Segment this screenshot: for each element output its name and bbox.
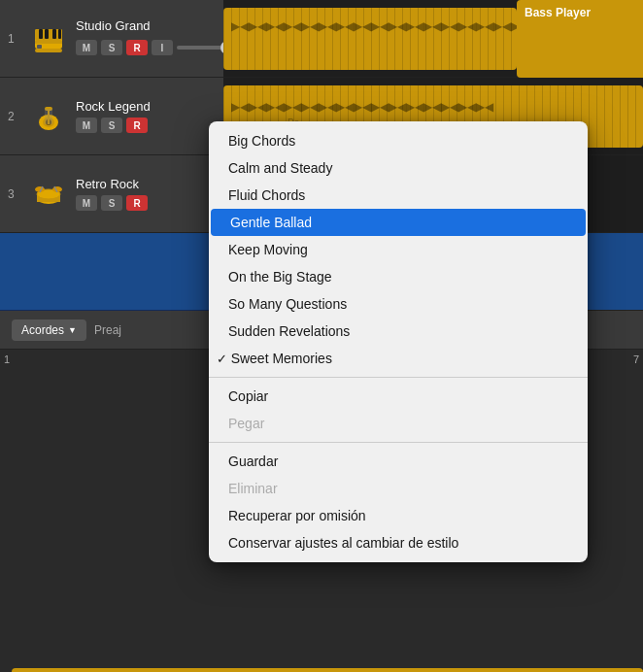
preaj-label: Preaj: [94, 323, 121, 337]
svg-rect-8: [35, 49, 62, 52]
pattern-block: ▶◀▶◀▶◀▶◀▶◀▶◀▶◀▶◀▶◀▶◀▶◀▶◀▶◀▶◀▶◀▶◀▶◀▶◀▶◀: [223, 8, 517, 70]
piano-icon: [29, 19, 68, 58]
solo-button[interactable]: S: [101, 195, 122, 211]
solo-button[interactable]: S: [101, 40, 122, 55]
track-list: 1 Studio Grand M: [0, 0, 223, 311]
menu-item-on-big-stage[interactable]: On the Big Stage: [209, 263, 588, 290]
track-controls: M S R: [76, 118, 216, 133]
track-row: 3 Retro Rock M S R: [0, 155, 223, 233]
acordes-dropdown[interactable]: Acordes ▼: [12, 319, 86, 341]
track-row: 2 Rock Legend M S: [0, 78, 223, 155]
menu-item-recuperar[interactable]: Recuperar por omisión: [209, 502, 588, 529]
svg-rect-7: [37, 45, 42, 49]
solo-button[interactable]: S: [101, 118, 122, 133]
bass-player-label: Bass Player: [517, 0, 643, 78]
track-name: Rock Legend: [76, 99, 216, 114]
menu-item-pegar: Pegar: [209, 410, 588, 437]
track-controls: M S R: [76, 195, 216, 211]
svg-rect-4: [52, 29, 56, 39]
svg-rect-5: [58, 29, 61, 39]
svg-rect-6: [35, 41, 62, 44]
track-number: 3: [8, 187, 21, 201]
timeline-num-1: 1: [0, 352, 14, 367]
dropdown-arrow-icon: ▼: [68, 325, 77, 335]
svg-rect-2: [39, 29, 43, 39]
menu-item-eliminar: Eliminar: [209, 475, 588, 502]
menu-item-fluid-chords[interactable]: Fluid Chords: [209, 182, 588, 209]
keyboard-pattern-block: ▶ Keyboard Player - P ▶ ◀ ▶ ◀ ▶ ◀ ▶ ◀ ▶ …: [12, 668, 643, 672]
mute-button[interactable]: M: [76, 118, 97, 133]
record-button[interactable]: R: [126, 40, 148, 55]
svg-rect-3: [45, 29, 49, 39]
guitar-icon: [29, 97, 68, 136]
record-button[interactable]: R: [126, 195, 148, 211]
track-number: 1: [8, 32, 21, 46]
track-number: 2: [8, 110, 21, 123]
menu-separator: [209, 377, 588, 378]
track-name: Retro Rock: [76, 177, 216, 191]
pattern-track-1: ▶◀▶◀▶◀▶◀▶◀▶◀▶◀▶◀▶◀▶◀▶◀▶◀▶◀▶◀▶◀▶◀▶◀▶◀▶◀ B…: [223, 0, 643, 78]
record-button[interactable]: R: [126, 118, 148, 133]
menu-item-so-many-questions[interactable]: So Many Questions: [209, 290, 588, 318]
menu-item-keep-moving[interactable]: Keep Moving: [209, 236, 588, 263]
mute-button[interactable]: M: [76, 40, 97, 55]
menu-item-sudden-revelations[interactable]: Sudden Revelations: [209, 318, 588, 345]
menu-item-gentle-ballad[interactable]: Gentle Ballad: [211, 209, 586, 236]
drums-icon: [29, 175, 68, 214]
mute-button[interactable]: M: [76, 195, 97, 211]
menu-item-conservar[interactable]: Conservar ajustes al cambiar de estilo: [209, 529, 588, 556]
track-row: 1 Studio Grand M: [0, 0, 223, 78]
track-info: Rock Legend M S R: [76, 99, 216, 133]
track-row-selected: [0, 233, 223, 311]
menu-item-copiar[interactable]: Copiar: [209, 383, 588, 410]
context-menu: Big Chords Calm and Steady Fluid Chords …: [209, 121, 588, 562]
menu-item-big-chords[interactable]: Big Chords: [209, 127, 588, 154]
menu-item-sweet-memories[interactable]: Sweet Memories: [209, 345, 588, 372]
menu-separator: [209, 442, 588, 443]
input-button[interactable]: I: [152, 40, 173, 55]
menu-item-guardar[interactable]: Guardar: [209, 448, 588, 475]
menu-item-calm-steady[interactable]: Calm and Steady: [209, 154, 588, 182]
track-info: Retro Rock M S R: [76, 177, 216, 211]
timeline-num-7: 7: [629, 352, 643, 367]
